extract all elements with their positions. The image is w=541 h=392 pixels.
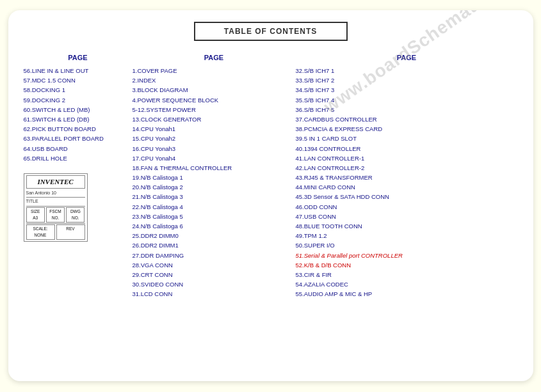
inventec-scale-row: SCALE: NONE REV: [26, 223, 85, 240]
list-item: 37.CARDBUS CONTROLLER: [296, 114, 518, 124]
list-item: 31.LCD CONN: [133, 289, 296, 299]
left-column: PAGE 56.LINE IN & LINE OUT 57.MDC 1.5 CO…: [24, 52, 133, 299]
list-item-red: 52.K/B & D/B CONN: [296, 260, 518, 270]
list-item: 48.BLUE TOOTH CONN: [296, 221, 518, 231]
list-item: 20.N/B Calistoga 2: [133, 182, 296, 192]
list-item: 54.AZALIA CODEC: [296, 279, 518, 289]
list-item: 27.DDR DAMPING: [133, 251, 296, 260]
list-item: 44.MINI CARD CONN: [296, 182, 518, 192]
list-item: 33.S/B ICH7 2: [296, 75, 518, 85]
list-item: 14.CPU Yonah1: [133, 124, 296, 134]
list-item: 1.COVER PAGE: [133, 66, 296, 75]
list-item: 56.LINE IN & LINE OUT: [24, 66, 133, 75]
inventec-label-title: TITLE: [26, 198, 38, 205]
list-item: 22.N/B Calistoga 4: [133, 202, 296, 212]
inventec-box: INVENTEC San Antonio 10 TITLE SIZEA3 FSC…: [24, 173, 88, 242]
list-item: 32.S/B ICH7 1: [296, 66, 518, 75]
list-item-italic: 51.Serial & Parallel port CONTROLLER: [296, 251, 518, 260]
inventec-dwg: DWG NO.: [66, 207, 85, 223]
list-item: 59.DOCKING 2: [24, 95, 133, 105]
list-item: 39.5 IN 1 CARD SLOT: [296, 134, 518, 143]
inventec-title-row: TITLE: [26, 197, 85, 205]
inventec-title: INVENTEC: [26, 175, 85, 189]
list-item: 26.DDR2 DIMM1: [133, 240, 296, 250]
title-text: TABLE OF CONTENTS: [224, 27, 317, 36]
list-item: 2.INDEX: [133, 75, 296, 85]
list-item: 55.AUDIO AMP & MIC & HP: [296, 289, 518, 299]
right-column: PAGE 32.S/B ICH7 1 33.S/B ICH7 2 34.S/B …: [296, 52, 518, 299]
list-item: 16.CPU Yonah3: [133, 144, 296, 153]
inventec-scale: SCALE: NONE: [26, 224, 55, 240]
main-container: www.boardSchematic.com TABLE OF CONTENTS…: [8, 10, 533, 381]
left-entries: 56.LINE IN & LINE OUT 57.MDC 1.5 CONN 58…: [24, 66, 133, 163]
list-item: 58.DOCKING 1: [24, 85, 133, 95]
list-item: 49.TPM 1.2: [296, 231, 518, 240]
list-item: 43.RJ45 & TRANSFORMER: [296, 173, 518, 182]
inventec-rev: REV: [56, 224, 85, 240]
list-item: 60.SWITCH & LED (MB): [24, 105, 133, 114]
list-item: 50.SUPER I/O: [296, 240, 518, 250]
inventec-bottom-row: SIZEA3 FSCM NO. DWG NO.: [26, 206, 85, 223]
middle-entries: 1.COVER PAGE 2.INDEX 3.BLOCK DIAGRAM 4.P…: [133, 66, 296, 299]
content-area: PAGE 56.LINE IN & LINE OUT 57.MDC 1.5 CO…: [24, 52, 518, 299]
list-item: 29.CRT CONN: [133, 270, 296, 279]
list-item: 18.FAN & THERMAL CONTROLLER: [133, 163, 296, 173]
list-item: 5-12.SYSTEM POWER: [133, 105, 296, 114]
list-item: 4.POWER SEQUENCE BLOCK: [133, 95, 296, 105]
list-item: 36.S/B ICH7 5: [296, 105, 518, 114]
list-item: 15.CPU Yonah2: [133, 134, 296, 143]
left-col-header: PAGE: [24, 52, 133, 63]
inventec-subtitle-row: San Antonio 10: [26, 190, 85, 197]
list-item: 64.USB BOARD: [24, 144, 133, 153]
list-item: 57.MDC 1.5 CONN: [24, 75, 133, 85]
list-item: 3.BLOCK DIAGRAM: [133, 85, 296, 95]
inventec-size: SIZEA3: [26, 207, 45, 223]
list-item: 13.CLOCK GENERATOR: [133, 114, 296, 124]
list-item: 47.USB CONN: [296, 212, 518, 221]
list-item: 63.PARALLEL PORT BOARD: [24, 134, 133, 143]
list-item: 61.SWITCH & LED (DB): [24, 114, 133, 124]
list-item: 23.N/B Calistoga 5: [133, 212, 296, 221]
list-item: 28.VGA CONN: [133, 260, 296, 270]
list-item: 17.CPU Yonah4: [133, 153, 296, 163]
right-col-header: PAGE: [296, 52, 518, 63]
list-item: 24.N/B Calistoga 6: [133, 221, 296, 231]
list-item: 35.S/B ICH7 4: [296, 95, 518, 105]
list-item: 25.DDR2 DIMM0: [133, 231, 296, 240]
list-item: 21.N/B Calistoga 3: [133, 192, 296, 201]
list-item: 42.LAN CONTROLLER-2: [296, 163, 518, 173]
inventec-subtitle: San Antonio 10: [26, 190, 57, 197]
list-item: 40.1394 CONTROLLER: [296, 144, 518, 153]
list-item: 19.N/B Calistoga 1: [133, 173, 296, 182]
list-item: 41.LAN CONTROLLER-1: [296, 153, 518, 163]
list-item: 62.PICK BUTTON BOARD: [24, 124, 133, 134]
list-item: 38.PCMCIA & EXPRESS CARD: [296, 124, 518, 134]
list-item: 45.3D Sensor & SATA HDD CONN: [296, 192, 518, 201]
list-item: 30.SVIDEO CONN: [133, 279, 296, 289]
list-item: 53.CIR & FIR: [296, 270, 518, 279]
inventec-fscm: FSCM NO.: [46, 207, 65, 223]
right-entries: 32.S/B ICH7 1 33.S/B ICH7 2 34.S/B ICH7 …: [296, 66, 518, 299]
title-box: TABLE OF CONTENTS: [194, 22, 348, 41]
list-item: 46.ODD CONN: [296, 202, 518, 212]
middle-col-header: PAGE: [133, 52, 296, 63]
list-item: 34.S/B ICH7 3: [296, 85, 518, 95]
middle-column: PAGE 1.COVER PAGE 2.INDEX 3.BLOCK DIAGRA…: [133, 52, 296, 299]
list-item: 65.DRILL HOLE: [24, 153, 133, 163]
